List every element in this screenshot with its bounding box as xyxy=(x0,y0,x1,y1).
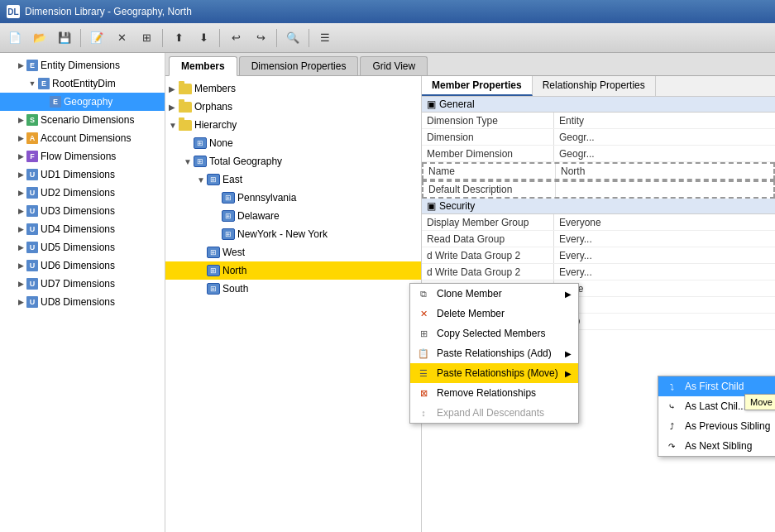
sidebar-item-ud6-dims[interactable]: ▶UUD6 Dimensions xyxy=(0,256,165,275)
expand-icon6: ▶ xyxy=(15,151,26,162)
toolbar-new-item-btn[interactable]: 📝 xyxy=(85,26,108,50)
ctx-paste-add[interactable]: 📋 Paste Relationships (Add) ▶ xyxy=(410,343,578,363)
ctx-copy-label: Copy Selected Members xyxy=(437,328,545,339)
tree-node-newyork[interactable]: NewYork - New York xyxy=(165,225,421,243)
sidebar-label-ud4-dims: UD4 Dimensions xyxy=(41,223,115,235)
expand-icon-8: ▶ xyxy=(15,205,26,217)
sidebar-label-ud8-dims: UD8 Dimensions xyxy=(41,296,115,308)
section-security: ▣ Security xyxy=(422,199,775,214)
tree-node-delaware[interactable]: Delaware xyxy=(165,207,421,225)
toolbar-save-btn[interactable]: 💾 xyxy=(53,26,76,50)
ctx-expand[interactable]: ↕ Expand All Descendants xyxy=(410,403,578,423)
tree-node-none[interactable]: None xyxy=(165,134,421,152)
arrow-north xyxy=(197,266,207,276)
prop-row-write-data2: d Write Data Group 2 Every... xyxy=(422,247,775,264)
flow-dim-icon: F xyxy=(26,151,38,162)
ctx-delete-label: Delete Member xyxy=(437,308,505,319)
sidebar-item-flow-dims[interactable]: ▶ F Flow Dimensions xyxy=(0,147,165,165)
prop-value-default-desc[interactable] xyxy=(556,182,773,197)
tree-node-orphans[interactable]: ▶ Orphans xyxy=(165,98,421,116)
ctx-expand-label: Expand All Descendants xyxy=(437,407,544,419)
tree-node-members[interactable]: ▶ Members xyxy=(165,79,421,98)
toolbar-copy-btn[interactable]: ⊞ xyxy=(135,26,158,50)
submenu-next-sibling[interactable]: ↷ As Next Sibling xyxy=(658,436,775,456)
arrow-newyork xyxy=(212,230,222,239)
ctx-copy[interactable]: ⊞ Copy Selected Members xyxy=(410,324,578,343)
sidebar-item-geography[interactable]: E Geography xyxy=(0,93,165,111)
member-icon-west xyxy=(207,247,220,258)
toolbar-filter-btn[interactable]: ☰ xyxy=(313,26,337,50)
toolbar-sep4 xyxy=(276,29,277,47)
prop-name-dimension: Dimension xyxy=(422,129,554,145)
member-icon-delaware xyxy=(222,210,235,222)
sidebar-item-account-dims[interactable]: ▶ A Account Dimensions xyxy=(0,129,165,147)
toolbar-move-up-btn[interactable]: ⬆ xyxy=(167,26,190,50)
ud-dim-icon-8: U xyxy=(26,205,38,217)
toolbar-undo-btn[interactable]: ↩ xyxy=(224,26,247,50)
prop-value-write-data2: Every... xyxy=(554,247,775,263)
arrow-east: ▼ xyxy=(197,175,207,185)
ctx-delete[interactable]: ✕ Delete Member xyxy=(410,304,578,324)
ctx-clone[interactable]: ⧉ Clone Member ▶ xyxy=(410,284,578,304)
prop-row-name[interactable]: Name North xyxy=(422,162,775,180)
sidebar-item-root-entity[interactable]: ▼ E RootEntityDim xyxy=(0,74,165,93)
sidebar-item-entity-dims[interactable]: ▶ E Entity Dimensions xyxy=(0,56,165,74)
sidebar-item-ud5-dims[interactable]: ▶UUD5 Dimensions xyxy=(0,238,165,256)
tab-grid-view[interactable]: Grid View xyxy=(360,56,428,75)
sidebar-item-scenario-dims[interactable]: ▶ S Scenario Dimensions xyxy=(0,111,165,129)
expand-icon-11: ▶ xyxy=(15,260,26,271)
prop-name-member-dim: Member Dimension xyxy=(422,146,554,161)
submenu-prev-sibling[interactable]: ⤴ As Previous Sibling xyxy=(658,416,775,436)
tab-members[interactable]: Members xyxy=(169,56,237,76)
sidebar-label-root-entity: RootEntityDim xyxy=(52,78,116,89)
toolbar-move-down-btn[interactable]: ⬇ xyxy=(192,26,215,50)
member-icon-east xyxy=(207,174,220,185)
sidebar-item-ud2-dims[interactable]: ▶UUD2 Dimensions xyxy=(0,184,165,202)
prop-value-name[interactable]: North xyxy=(556,164,773,179)
tree-node-south[interactable]: South xyxy=(165,280,421,298)
ctx-clone-arrow: ▶ xyxy=(565,290,572,299)
toolbar-sep2 xyxy=(162,29,163,47)
sidebar-item-ud8-dims[interactable]: ▶UUD8 Dimensions xyxy=(0,293,165,311)
section-security-collapse[interactable]: ▣ xyxy=(427,200,436,212)
prop-row-default-desc[interactable]: Default Description xyxy=(422,180,775,199)
tree-node-west[interactable]: West xyxy=(165,243,421,261)
arrow-total-geography: ▼ xyxy=(184,157,194,166)
arrow-none xyxy=(184,139,194,148)
tree-node-total-geography[interactable]: ▼ Total Geography xyxy=(165,152,421,170)
arrow-west xyxy=(197,248,207,257)
prop-name-default-desc: Default Description xyxy=(423,182,556,197)
props-tab-member[interactable]: Member Properties xyxy=(422,76,533,96)
prop-name-name: Name xyxy=(423,164,556,179)
prop-row-write-data3: d Write Data Group 2 Every... xyxy=(422,264,775,280)
toolbar-open-btn[interactable]: 📂 xyxy=(28,26,51,50)
ctx-paste-move[interactable]: ☰ Paste Relationships (Move) ▶ xyxy=(410,363,578,383)
toolbar-delete-btn[interactable]: ✕ xyxy=(110,26,133,50)
tab-dimension-properties[interactable]: Dimension Properties xyxy=(239,56,359,75)
submenu-last-child-label: As Last Chil... xyxy=(685,400,746,412)
sidebar-item-ud1-dims[interactable]: ▶UUD1 Dimensions xyxy=(0,165,165,184)
member-icon-north xyxy=(207,265,220,276)
toolbar-search-btn[interactable]: 🔍 xyxy=(281,26,304,50)
expand-icon5: ▶ xyxy=(15,132,26,144)
tree-label-east: East xyxy=(222,174,242,185)
context-menu: ⧉ Clone Member ▶ ✕ Delete Member ⊞ Copy … xyxy=(409,283,579,424)
section-general-collapse[interactable]: ▣ xyxy=(427,98,436,110)
member-icon-total-geography xyxy=(194,156,207,167)
tree-node-pennsylvania[interactable]: Pennsylvania xyxy=(165,189,421,207)
tree-node-north[interactable]: North xyxy=(165,261,421,280)
right-content: Members Dimension Properties Grid View ▶… xyxy=(165,53,775,532)
ctx-remove[interactable]: ⊠ Remove Relationships xyxy=(410,383,578,403)
tree-node-east[interactable]: ▼ East xyxy=(165,170,421,189)
props-tab-relationship[interactable]: Relationship Properties xyxy=(533,76,656,96)
sidebar-item-ud3-dims[interactable]: ▶UUD3 Dimensions xyxy=(0,202,165,220)
sidebar-item-ud7-dims[interactable]: ▶UUD7 Dimensions xyxy=(0,275,165,293)
toolbar-new-btn[interactable]: 📄 xyxy=(3,26,26,50)
sidebar-item-ud4-dims[interactable]: ▶UUD4 Dimensions xyxy=(0,220,165,238)
section-security-label: Security xyxy=(439,200,475,212)
tree-node-hierarchy[interactable]: ▼ Hierarchy xyxy=(165,116,421,134)
toolbar-redo-btn[interactable]: ↪ xyxy=(249,26,272,50)
prop-value-currency: USD xyxy=(554,314,775,329)
sidebar-label-ud5-dims: UD5 Dimensions xyxy=(41,242,115,253)
tree-label-total-geography: Total Geography xyxy=(209,156,282,167)
